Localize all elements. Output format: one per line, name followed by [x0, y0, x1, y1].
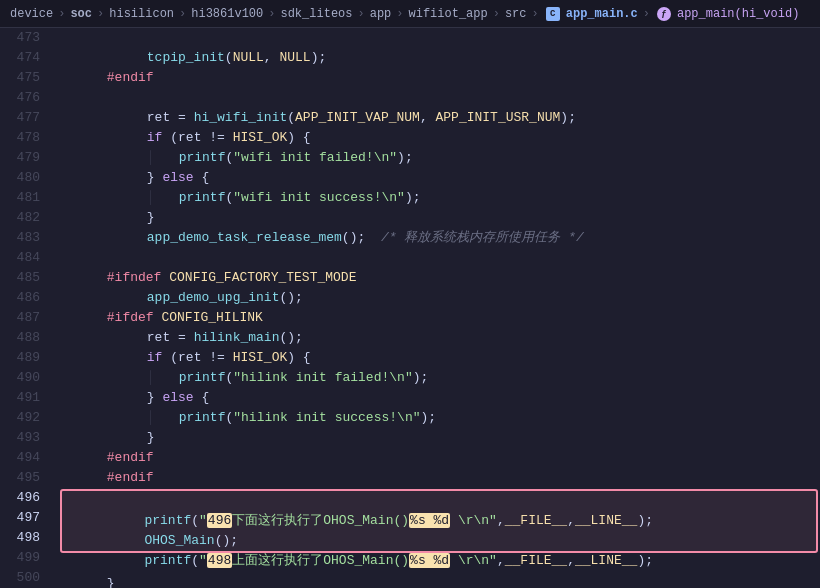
ln-496: 496: [0, 488, 52, 508]
sep8: ›: [532, 7, 539, 21]
ln-497: 497: [0, 508, 52, 528]
breadcrumb-chip: hi3861v100: [191, 7, 263, 21]
ln-495: 495: [0, 468, 52, 488]
ln-494: 494: [0, 448, 52, 468]
ln-491: 491: [0, 388, 52, 408]
ln-492: 492: [0, 408, 52, 428]
ln-485: 485: [0, 268, 52, 288]
code-line-500: [60, 574, 820, 588]
sep7: ›: [493, 7, 500, 21]
sep9: ›: [643, 7, 650, 21]
ln-487: 487: [0, 308, 52, 328]
ln-499: 499: [0, 548, 52, 568]
line-numbers: 473 474 475 476 477 478 479 480 481 482 …: [0, 28, 52, 588]
breadcrumb-function: app_main(hi_void): [677, 7, 799, 21]
breadcrumb-wifiiot: wifiiot_app: [409, 7, 488, 21]
code-line-482: app_demo_task_release_mem(); /* 释放系统栈内存所…: [60, 208, 820, 228]
breadcrumb-soc: soc: [70, 7, 92, 21]
highlight-block: printf("496下面这行执行了OHOS_Main()%s %d \r\n"…: [60, 489, 818, 553]
ln-479: 479: [0, 148, 52, 168]
ln-488: 488: [0, 328, 52, 348]
sep4: ›: [268, 7, 275, 21]
code-line-475: [60, 68, 820, 88]
code-line-473: tcpip_init(NULL, NULL);: [60, 28, 820, 48]
ln-476: 476: [0, 88, 52, 108]
ln-475: 475: [0, 68, 52, 88]
ln-478: 478: [0, 128, 52, 148]
breadcrumb: device › soc › hisilicon › hi3861v100 › …: [0, 0, 820, 28]
code-editor: 473 474 475 476 477 478 479 480 481 482 …: [0, 28, 820, 588]
ln-500: 500: [0, 568, 52, 588]
code-line-495: [60, 468, 820, 488]
sep2: ›: [97, 7, 104, 21]
code-line-484: #ifndef CONFIG_FACTORY_TEST_MODE: [60, 248, 820, 268]
ln-481: 481: [0, 188, 52, 208]
breadcrumb-sdk: sdk_liteos: [280, 7, 352, 21]
ln-480: 480: [0, 168, 52, 188]
breadcrumb-app: app: [370, 7, 392, 21]
ln-484: 484: [0, 248, 52, 268]
ln-490: 490: [0, 368, 52, 388]
breadcrumb-vendor: hisilicon: [109, 7, 174, 21]
c-file-icon: C: [546, 7, 560, 21]
ln-482: 482: [0, 208, 52, 228]
breadcrumb-device: device: [10, 7, 53, 21]
breadcrumb-filename[interactable]: app_main.c: [566, 7, 638, 21]
ln-493: 493: [0, 428, 52, 448]
sep1: ›: [58, 7, 65, 21]
ln-489: 489: [0, 348, 52, 368]
ln-474: 474: [0, 48, 52, 68]
ln-473: 473: [0, 28, 52, 48]
ln-483: 483: [0, 228, 52, 248]
code-line-496: printf("496下面这行执行了OHOS_Main()%s %d \r\n"…: [62, 491, 816, 511]
sep6: ›: [396, 7, 403, 21]
ln-486: 486: [0, 288, 52, 308]
ln-477: 477: [0, 108, 52, 128]
ln-498: 498: [0, 528, 52, 548]
function-icon: ƒ: [657, 7, 671, 21]
code-lines: tcpip_init(NULL, NULL); #endif ret = hi_…: [52, 28, 820, 588]
code-line-493: #endif: [60, 428, 820, 448]
sep5: ›: [357, 7, 364, 21]
code-line-476: ret = hi_wifi_init(APP_INIT_VAP_NUM, APP…: [60, 88, 820, 108]
sep3: ›: [179, 7, 186, 21]
breadcrumb-src: src: [505, 7, 527, 21]
code-line-494: #endif: [60, 448, 820, 468]
